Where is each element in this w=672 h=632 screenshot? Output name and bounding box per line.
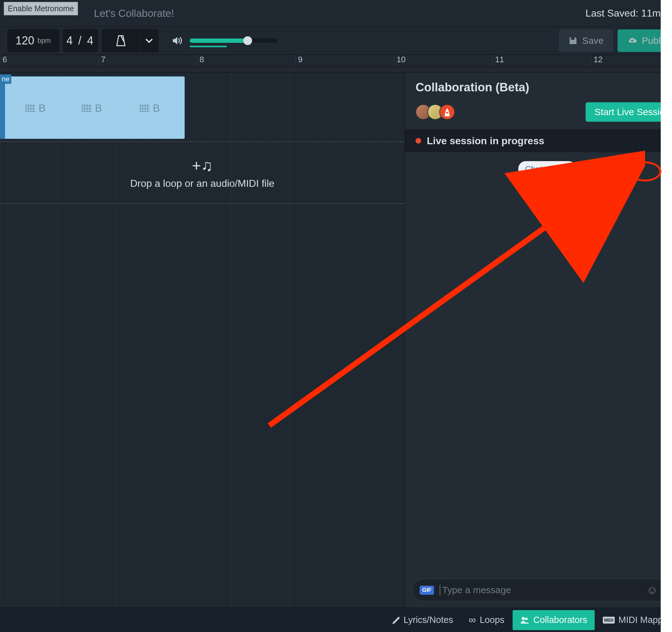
volume-area bbox=[172, 36, 278, 45]
timeline-mark: 9 bbox=[295, 55, 394, 67]
controls-bar: 120 bpm 4 / 4 bbox=[0, 27, 672, 54]
infinity-icon: ∞ bbox=[469, 614, 476, 626]
midi-icon: MIDI bbox=[603, 617, 615, 624]
sub-ruler bbox=[0, 67, 672, 73]
svg-point-3 bbox=[525, 617, 528, 620]
start-session-button[interactable]: Start Live Session bbox=[585, 102, 672, 122]
timeline-mark: 8 bbox=[197, 55, 295, 67]
timesig-box[interactable]: 4 / 4 bbox=[63, 29, 98, 52]
timeline-mark: 11 bbox=[493, 55, 591, 67]
collab-title: Collaboration (Beta) bbox=[415, 81, 660, 94]
grid-icon bbox=[82, 104, 92, 112]
timeline-mark: 10 bbox=[394, 55, 493, 67]
timeline-mark: 12 bbox=[591, 55, 672, 67]
tab-lyrics[interactable]: Lyrics/Notes bbox=[384, 610, 461, 630]
project-title[interactable]: Let's Collaborate! bbox=[94, 7, 585, 19]
bottom-tabs: Lyrics/Notes ∞ Loops Collaborators MIDI … bbox=[0, 608, 672, 632]
metronome-tooltip: Enable Metronome bbox=[4, 2, 78, 15]
avatar[interactable] bbox=[439, 104, 455, 120]
emoji-icon[interactable]: ☺ bbox=[646, 583, 658, 597]
timeline-mark: 6 bbox=[0, 55, 99, 67]
metronome-icon bbox=[116, 34, 126, 47]
drop-text: Drop a loop or an audio/MIDI file bbox=[130, 178, 274, 189]
page-margin bbox=[661, 0, 672, 632]
metronome-button[interactable] bbox=[102, 30, 139, 52]
track-row[interactable]: B B B ne bbox=[0, 73, 405, 132]
svg-line-4 bbox=[269, 169, 626, 426]
bag-icon bbox=[443, 108, 451, 117]
clip-label: ne bbox=[0, 74, 11, 84]
volume-underline bbox=[190, 46, 227, 47]
tempo-unit: bpm bbox=[38, 36, 51, 45]
users-icon bbox=[520, 617, 529, 624]
timeline-ruler[interactable]: 6 7 8 9 10 11 12 bbox=[0, 54, 672, 67]
volume-fill bbox=[190, 39, 248, 43]
volume-slider[interactable] bbox=[190, 39, 278, 43]
live-session-bar: Live session in progress Join bbox=[405, 129, 672, 152]
audio-clip[interactable]: B B B bbox=[0, 76, 185, 139]
chat-field[interactable]: Type a message bbox=[440, 585, 641, 596]
chevron-down-icon bbox=[145, 38, 153, 43]
clip-slot[interactable]: B bbox=[25, 99, 79, 117]
clip-slot[interactable]: B bbox=[140, 99, 193, 117]
tempo-box[interactable]: 120 bpm bbox=[7, 29, 59, 52]
pen-icon bbox=[392, 616, 400, 624]
save-button[interactable]: Save bbox=[559, 29, 613, 52]
save-label: Save bbox=[582, 35, 603, 46]
clip-edge[interactable] bbox=[0, 76, 5, 139]
tempo-value: 120 bbox=[16, 34, 34, 47]
clip-slot[interactable]: B bbox=[82, 99, 135, 117]
volume-thumb[interactable] bbox=[243, 36, 252, 45]
tab-label: Lyrics/Notes bbox=[404, 615, 453, 625]
live-dot-icon bbox=[415, 138, 421, 144]
chat-input[interactable]: GIF Type a message ☺ bbox=[412, 579, 672, 601]
last-saved: Last Saved: 11m ago bbox=[585, 7, 672, 19]
tab-label: Loops bbox=[480, 615, 504, 625]
timeline-mark: 7 bbox=[99, 55, 197, 67]
metronome-group bbox=[102, 29, 159, 52]
annotation-circle bbox=[629, 161, 662, 181]
cloud-upload-icon bbox=[627, 36, 638, 45]
tab-loops[interactable]: ∞ Loops bbox=[461, 610, 512, 630]
metronome-dropdown[interactable] bbox=[139, 30, 158, 52]
topbar: Let's Collaborate! Last Saved: 11m ago bbox=[0, 0, 672, 27]
save-icon bbox=[568, 36, 578, 45]
live-text: Live session in progress bbox=[427, 135, 655, 147]
svg-point-1 bbox=[446, 112, 448, 113]
avatar-group[interactable] bbox=[415, 104, 455, 120]
tab-collaborators[interactable]: Collaborators bbox=[512, 610, 595, 630]
annotation-arrow bbox=[257, 150, 645, 438]
tab-label: Collaborators bbox=[533, 615, 587, 625]
svg-point-2 bbox=[522, 617, 525, 620]
add-music-icon: +♫ bbox=[192, 156, 213, 175]
gif-button[interactable]: GIF bbox=[419, 586, 434, 595]
grid-icon bbox=[25, 104, 35, 112]
grid-icon bbox=[140, 104, 150, 112]
volume-icon bbox=[172, 36, 184, 45]
